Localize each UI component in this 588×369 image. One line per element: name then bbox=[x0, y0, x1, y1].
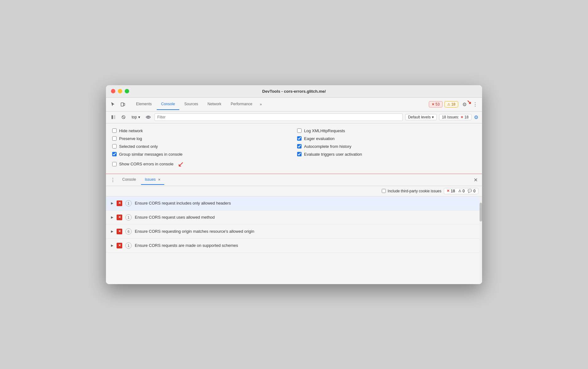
warn-count-badge[interactable]: ⚠ 18 bbox=[444, 101, 458, 107]
issue-label-1: Ensure CORS request uses allowed method bbox=[135, 215, 215, 220]
cookie-issues-filter: Include third-party cookie issues bbox=[382, 189, 441, 193]
error-count-badge[interactable]: ✕ 53 bbox=[429, 101, 442, 107]
scrollbar-thumb[interactable] bbox=[480, 203, 482, 221]
eager-eval-checkbox[interactable] bbox=[297, 136, 302, 141]
minimize-button[interactable] bbox=[118, 89, 122, 93]
group-similar-checkbox[interactable] bbox=[112, 152, 117, 156]
error-x-icon: ✕ bbox=[432, 102, 434, 107]
issues-x-icon: ✕ bbox=[460, 115, 463, 119]
filter-info-icon: 💬 bbox=[468, 189, 472, 193]
error-icon-0: ✕ bbox=[117, 200, 122, 206]
close-button[interactable] bbox=[111, 89, 115, 93]
bottom-tab-bar: ⋮ Console Issues ✕ ✕ bbox=[106, 174, 482, 186]
evaluate-triggers-checkbox[interactable] bbox=[297, 152, 302, 156]
error-icon-2: ✕ bbox=[117, 229, 122, 234]
preserve-log-label: Preserve log bbox=[119, 136, 142, 141]
log-levels-select[interactable]: Default levels ▾ bbox=[405, 114, 437, 120]
tab-console[interactable]: Console bbox=[157, 99, 179, 110]
issue-label-2: Ensure CORS requesting origin matches re… bbox=[135, 229, 254, 234]
filter-info-count: 0 bbox=[473, 189, 475, 193]
checkbox-hide-network: Hide network bbox=[112, 128, 291, 133]
window-title: DevTools - cors-errors.glitch.me/ bbox=[262, 89, 326, 94]
tab-sources[interactable]: Sources bbox=[180, 99, 202, 110]
tab-bar-icons bbox=[108, 100, 127, 109]
tab-performance[interactable]: Performance bbox=[226, 99, 257, 110]
checkbox-evaluate-triggers: Evaluate triggers user activation bbox=[297, 152, 476, 157]
error-icon-1: ✕ bbox=[117, 215, 122, 220]
chevron-down-icon: ▾ bbox=[138, 115, 140, 119]
scrollbar-track bbox=[480, 196, 482, 284]
filter-input[interactable] bbox=[155, 113, 403, 121]
traffic-lights bbox=[111, 89, 129, 93]
show-cors-label: Show CORS errors in console bbox=[119, 162, 173, 166]
bottom-tab-console[interactable]: Console bbox=[118, 175, 140, 185]
bottom-panel: ⋮ Console Issues ✕ ✕ Include third-party… bbox=[106, 174, 482, 284]
issues-filter-bar: Include third-party cookie issues ✕ 18 ⚠… bbox=[106, 186, 482, 196]
checkbox-show-cors: Show CORS errors in console ↙ bbox=[112, 160, 291, 169]
issues-count-badges: ✕ 18 ⚠ 0 💬 0 bbox=[444, 188, 478, 194]
maximize-button[interactable] bbox=[125, 89, 129, 93]
issues-tab-close[interactable]: ✕ bbox=[158, 178, 160, 181]
svg-rect-1 bbox=[123, 103, 125, 106]
issue-count-0: 1 bbox=[125, 200, 132, 206]
svg-rect-3 bbox=[113, 115, 115, 119]
filter-warn-count: 0 bbox=[463, 189, 465, 193]
issue-item-2[interactable]: ▶ ✕ 6 Ensure CORS requesting origin matc… bbox=[106, 225, 482, 239]
filter-warn-icon: ⚠ bbox=[458, 189, 461, 193]
settings-right-col: Log XMLHttpRequests Eager evaluation Aut… bbox=[297, 128, 476, 169]
bottom-panel-menu[interactable]: ⋮ bbox=[108, 176, 117, 184]
expand-arrow-1: ▶ bbox=[111, 216, 113, 219]
log-xhr-checkbox[interactable] bbox=[297, 128, 302, 133]
issue-label-3: Ensure CORS requests are made on support… bbox=[135, 243, 238, 248]
sidebar-toggle-button[interactable] bbox=[110, 113, 117, 121]
block-icon[interactable] bbox=[120, 113, 127, 121]
issue-item-1[interactable]: ▶ ✕ 1 Ensure CORS request uses allowed m… bbox=[106, 210, 482, 225]
device-mode-icon[interactable] bbox=[118, 100, 127, 109]
more-tabs-button[interactable]: » bbox=[257, 99, 265, 110]
issue-item-0[interactable]: ▶ ✕ 1 Ensure CORS request includes only … bbox=[106, 196, 482, 210]
preserve-log-checkbox[interactable] bbox=[112, 136, 117, 141]
cursor-icon[interactable] bbox=[108, 100, 117, 109]
issue-item-3[interactable]: ▶ ✕ 1 Ensure CORS requests are made on s… bbox=[106, 239, 482, 253]
log-xhr-label: Log XMLHttpRequests bbox=[304, 128, 345, 133]
checkbox-autocomplete: Autocomplete from history bbox=[297, 144, 476, 149]
checkbox-eager-eval: Eager evaluation bbox=[297, 136, 476, 141]
checkbox-selected-context: Selected context only bbox=[112, 144, 291, 149]
selected-context-checkbox[interactable] bbox=[112, 144, 117, 148]
tab-elements[interactable]: Elements bbox=[132, 99, 156, 110]
red-arrow-annotation-top: ↘ bbox=[467, 99, 471, 106]
cookie-issues-checkbox[interactable] bbox=[382, 189, 386, 193]
gear-icon: ⚙ bbox=[462, 101, 467, 107]
warn-icon: ⚠ bbox=[447, 102, 450, 107]
devtools-body: Elements Console Sources Network Perform… bbox=[106, 98, 482, 284]
console-toolbar: top ▾ Default levels ▾ 18 Issues: ✕ 18 ⚙ bbox=[106, 112, 482, 123]
hide-network-checkbox[interactable] bbox=[112, 128, 117, 133]
more-options-button[interactable]: ⋮ bbox=[471, 100, 480, 109]
close-panel-button[interactable]: ✕ bbox=[472, 176, 480, 184]
console-settings-icon[interactable]: ⚙ bbox=[474, 114, 478, 120]
tab-network[interactable]: Network bbox=[203, 99, 226, 110]
issue-count-1: 1 bbox=[125, 214, 132, 221]
levels-chevron-icon: ▾ bbox=[432, 115, 434, 119]
context-selector[interactable]: top ▾ bbox=[130, 114, 142, 120]
filter-error-icon: ✕ bbox=[447, 189, 449, 193]
error-icon-3: ✕ bbox=[117, 243, 122, 248]
issues-badge[interactable]: 18 Issues: ✕ 18 bbox=[439, 114, 471, 120]
settings-button[interactable]: ⚙ ↘ bbox=[460, 100, 469, 109]
autocomplete-checkbox[interactable] bbox=[297, 144, 302, 148]
expand-arrow-3: ▶ bbox=[111, 244, 113, 247]
show-cors-checkbox[interactable] bbox=[112, 162, 117, 166]
checkbox-preserve-log: Preserve log bbox=[112, 136, 291, 141]
bottom-tab-issues[interactable]: Issues ✕ bbox=[141, 175, 164, 185]
group-similar-label: Group similar messages in console bbox=[119, 152, 182, 157]
red-arrow-annotation-cors: ↙ bbox=[178, 160, 184, 169]
live-expression-button[interactable] bbox=[144, 113, 152, 121]
autocomplete-label: Autocomplete from history bbox=[304, 144, 351, 149]
selected-context-label: Selected context only bbox=[119, 144, 158, 149]
checkbox-log-xhr: Log XMLHttpRequests bbox=[297, 128, 476, 133]
checkbox-group-similar: Group similar messages in console bbox=[112, 152, 291, 157]
svg-rect-2 bbox=[112, 115, 113, 119]
hide-network-label: Hide network bbox=[119, 128, 143, 133]
devtools-window: DevTools - cors-errors.glitch.me/ bbox=[106, 85, 482, 284]
svg-point-6 bbox=[147, 117, 149, 118]
